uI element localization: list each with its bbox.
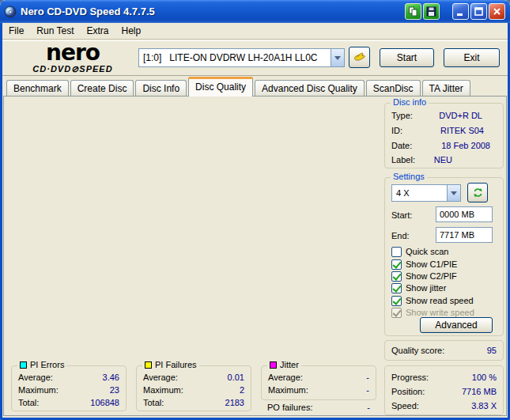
window-border-left	[0, 23, 2, 420]
tab-ta-jitter[interactable]: TA Jitter	[422, 80, 470, 96]
po-failures-value: -	[367, 403, 370, 412]
tab-bar: Benchmark Create Disc Disc Info Disc Qua…	[6, 79, 504, 96]
close-button[interactable]	[489, 3, 505, 20]
disc-date-label: Date:	[391, 141, 412, 150]
start-position-label: Start:	[391, 210, 412, 220]
start-position-input[interactable]	[436, 206, 493, 222]
maximize-icon	[473, 6, 485, 17]
speed-value: 3.83 X	[471, 401, 497, 411]
pi-errors-average-value: 3.46	[103, 373, 119, 382]
cdvdspeed-logo-text: CD·DVD⊘SPEED	[13, 65, 132, 74]
disc-id-value: RITEK S04	[440, 126, 484, 135]
app-disc-icon	[4, 6, 17, 18]
jitter-maximum-value: -	[366, 385, 369, 395]
header-bar: nero CD·DVD⊘SPEED [1:0] LITE-ON DVDRW LH…	[2, 40, 508, 76]
exit-button-label: Exit	[463, 52, 479, 63]
pi-failures-total-value: 2183	[225, 398, 244, 407]
progress-group: Progress:100 % Position:7716 MB Speed:3.…	[384, 365, 504, 415]
minimize-button[interactable]	[452, 3, 469, 20]
pi-errors-total-label: Total:	[18, 398, 39, 407]
eject-load-button[interactable]	[349, 47, 370, 68]
jitter-legend-swatch	[270, 361, 277, 369]
po-failures-row: PO failures: -	[267, 402, 370, 413]
save-floppy-icon	[426, 6, 436, 17]
exit-button[interactable]: Exit	[444, 48, 500, 67]
pi-failures-group: PI Failures Average:0.01 Maximum:2 Total…	[136, 365, 251, 411]
end-position-label: End:	[391, 231, 410, 240]
pi-errors-maximum-value: 23	[110, 385, 119, 395]
tab-scandisc[interactable]: ScanDisc	[366, 80, 421, 96]
checkbox-box[interactable]	[391, 247, 402, 257]
refresh-button[interactable]	[467, 183, 488, 202]
jitter-average-value: -	[366, 373, 369, 382]
checkbox-box[interactable]	[391, 283, 402, 293]
quality-score-label: Quality score:	[391, 346, 444, 355]
pi-errors-average-label: Average:	[18, 373, 53, 382]
checkbox-show-write-speed: Show write speed	[391, 307, 474, 318]
chevron-down-icon	[334, 56, 341, 60]
advanced-button[interactable]: Advanced	[420, 317, 493, 333]
checkbox-show-read-speed[interactable]: Show read speed	[391, 295, 474, 306]
checkbox-box[interactable]	[391, 259, 402, 270]
disc-id-label: ID:	[391, 126, 402, 135]
tab-advanced-disc-quality[interactable]: Advanced Disc Quality	[255, 80, 365, 96]
tab-benchmark[interactable]: Benchmark	[6, 80, 69, 96]
position-label: Position:	[391, 387, 425, 396]
menu-help[interactable]: Help	[115, 24, 148, 38]
app-window: Nero CD-DVD Speed 4.7.7.5	[0, 0, 510, 420]
jitter-group: Jitter Average:- Maximum:-	[261, 365, 376, 400]
scan-speed-select[interactable]: 4 X	[391, 184, 461, 202]
tab-create-disc[interactable]: Create Disc	[70, 80, 134, 96]
copy-button[interactable]	[405, 3, 421, 20]
window-title: Nero CD-DVD Speed 4.7.7.5	[21, 6, 155, 17]
jitter-maximum-label: Maximum:	[268, 385, 308, 395]
pi-failures-total-label: Total:	[143, 398, 164, 407]
start-button[interactable]: Start	[380, 48, 434, 67]
speed-label: Speed:	[391, 401, 419, 411]
drive-select[interactable]: [1:0] LITE-ON DVDRW LH-20A1H LL0C	[138, 48, 345, 67]
checkbox-show-jitter[interactable]: Show jitter	[391, 282, 446, 293]
settings-group: Settings 4 X Start: End: Quick scan Show…	[384, 177, 504, 336]
checkbox-box[interactable]	[391, 271, 402, 282]
menu-extra[interactable]: Extra	[80, 24, 115, 38]
checkbox-show-c1-pie[interactable]: Show C1/PIE	[391, 259, 457, 270]
pi-failures-average-value: 0.01	[228, 373, 244, 382]
title-bar[interactable]: Nero CD-DVD Speed 4.7.7.5	[0, 0, 510, 23]
pi-errors-group-title: PI Errors	[17, 360, 66, 369]
eject-hand-icon	[353, 51, 366, 64]
nero-logo-text: nero	[13, 42, 132, 64]
progress-value: 100 %	[472, 373, 497, 382]
maximize-button[interactable]	[470, 3, 487, 20]
checkbox-quick-scan[interactable]: Quick scan	[391, 246, 448, 257]
disc-info-group-title: Disc info	[391, 97, 429, 107]
scan-speed-value: 4 X	[392, 188, 447, 198]
settings-group-title: Settings	[391, 172, 427, 181]
jitter-average-label: Average:	[268, 373, 303, 382]
refresh-icon	[472, 187, 484, 199]
close-icon	[491, 6, 503, 17]
pi-failures-maximum-label: Maximum:	[143, 385, 183, 395]
nero-logo: nero CD·DVD⊘SPEED	[13, 42, 132, 74]
menu-bar: File Run Test Extra Help	[2, 23, 508, 40]
end-position-input[interactable]	[436, 227, 493, 243]
scan-speed-arrow[interactable]	[447, 185, 460, 201]
checkbox-box[interactable]	[391, 296, 402, 306]
progress-label: Progress:	[391, 373, 429, 382]
drive-select-value: [1:0] LITE-ON DVDRW LH-20A1H LL0C	[139, 52, 331, 63]
drive-select-arrow[interactable]	[331, 49, 344, 66]
menu-run-test[interactable]: Run Test	[30, 24, 80, 38]
disc-label-label: Label:	[391, 155, 415, 165]
checkbox-show-c2-pif[interactable]: Show C2/PIF	[391, 271, 457, 282]
disc-label-value: NEU	[434, 155, 452, 165]
tab-disc-info[interactable]: Disc Info	[135, 80, 187, 96]
chevron-down-icon	[451, 191, 457, 195]
quality-score-group: Quality score:95	[384, 340, 504, 361]
save-button[interactable]	[423, 3, 440, 20]
tab-disc-quality[interactable]: Disc Quality	[188, 77, 253, 96]
jitter-group-title: Jitter	[267, 360, 301, 369]
menu-file[interactable]: File	[2, 24, 30, 38]
checkbox-box	[391, 308, 402, 318]
pi-failures-average-label: Average:	[143, 373, 178, 382]
po-failures-label: PO failures:	[267, 403, 312, 412]
pi-failures-legend-swatch	[145, 361, 152, 369]
